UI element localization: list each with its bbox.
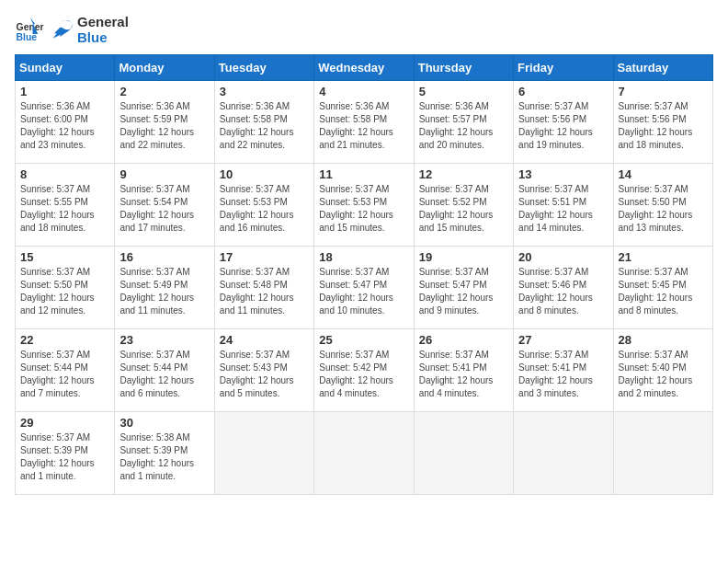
day-number: 14 [619, 167, 708, 181]
calendar-cell: 21Sunrise: 5:37 AM Sunset: 5:45 PM Dayli… [613, 247, 712, 329]
day-number: 13 [518, 167, 608, 181]
calendar-cell: 25Sunrise: 5:37 AM Sunset: 5:42 PM Dayli… [314, 329, 414, 412]
day-number: 3 [220, 85, 309, 98]
day-info: Sunrise: 5:37 AM Sunset: 5:49 PM Dayligh… [119, 266, 209, 317]
day-number: 30 [119, 416, 209, 430]
day-info: Sunrise: 5:37 AM Sunset: 5:51 PM Dayligh… [518, 183, 608, 235]
calendar-cell: 30Sunrise: 5:38 AM Sunset: 5:39 PM Dayli… [115, 412, 214, 495]
calendar-cell: 12Sunrise: 5:37 AM Sunset: 5:52 PM Dayli… [414, 164, 513, 247]
logo-icon: General Blue [15, 16, 44, 45]
weekday-header: Saturday [613, 55, 712, 81]
day-info: Sunrise: 5:37 AM Sunset: 5:43 PM Dayligh… [220, 349, 309, 400]
day-info: Sunrise: 5:36 AM Sunset: 5:58 PM Dayligh… [220, 100, 309, 152]
day-number: 24 [220, 333, 309, 347]
calendar-cell: 8Sunrise: 5:37 AM Sunset: 5:55 PM Daylig… [16, 164, 115, 247]
day-info: Sunrise: 5:37 AM Sunset: 5:52 PM Dayligh… [419, 183, 508, 235]
calendar-cell: 20Sunrise: 5:37 AM Sunset: 5:46 PM Dayli… [514, 247, 613, 329]
calendar-cell [314, 412, 414, 495]
calendar-cell: 22Sunrise: 5:37 AM Sunset: 5:44 PM Dayli… [16, 329, 115, 412]
calendar-cell: 4Sunrise: 5:36 AM Sunset: 5:58 PM Daylig… [314, 81, 414, 164]
day-number: 2 [119, 85, 209, 98]
day-number: 22 [20, 333, 109, 347]
weekday-header: Tuesday [214, 55, 313, 81]
day-info: Sunrise: 5:37 AM Sunset: 5:53 PM Dayligh… [220, 183, 309, 235]
logo-text-blue: Blue [77, 30, 129, 46]
day-number: 28 [619, 333, 708, 347]
calendar-cell: 15Sunrise: 5:37 AM Sunset: 5:50 PM Dayli… [16, 247, 115, 329]
day-info: Sunrise: 5:36 AM Sunset: 6:00 PM Dayligh… [20, 100, 109, 152]
day-number: 27 [518, 333, 608, 347]
calendar-cell: 13Sunrise: 5:37 AM Sunset: 5:51 PM Dayli… [514, 164, 613, 247]
day-info: Sunrise: 5:37 AM Sunset: 5:45 PM Dayligh… [619, 266, 708, 317]
day-info: Sunrise: 5:37 AM Sunset: 5:41 PM Dayligh… [419, 349, 508, 400]
day-info: Sunrise: 5:37 AM Sunset: 5:56 PM Dayligh… [518, 100, 608, 152]
calendar-cell: 17Sunrise: 5:37 AM Sunset: 5:48 PM Dayli… [214, 247, 313, 329]
calendar-cell: 5Sunrise: 5:36 AM Sunset: 5:57 PM Daylig… [414, 81, 513, 164]
calendar-cell: 23Sunrise: 5:37 AM Sunset: 5:44 PM Dayli… [115, 329, 214, 412]
calendar-cell: 24Sunrise: 5:37 AM Sunset: 5:43 PM Dayli… [214, 329, 313, 412]
calendar-cell: 19Sunrise: 5:37 AM Sunset: 5:47 PM Dayli… [414, 247, 513, 329]
day-info: Sunrise: 5:37 AM Sunset: 5:44 PM Dayligh… [20, 349, 109, 400]
day-number: 29 [20, 416, 109, 430]
day-number: 18 [319, 250, 408, 264]
day-number: 19 [419, 250, 508, 264]
day-number: 20 [518, 250, 608, 264]
day-number: 5 [419, 85, 508, 98]
calendar-cell [414, 412, 513, 495]
day-number: 26 [419, 333, 508, 347]
logo: General Blue General Blue [15, 15, 129, 45]
day-number: 11 [319, 167, 408, 181]
weekday-header: Wednesday [314, 55, 414, 81]
calendar-cell: 2Sunrise: 5:36 AM Sunset: 5:59 PM Daylig… [115, 81, 214, 164]
day-number: 10 [220, 167, 309, 181]
day-info: Sunrise: 5:37 AM Sunset: 5:40 PM Dayligh… [619, 349, 708, 400]
weekday-header: Monday [115, 55, 214, 81]
day-info: Sunrise: 5:37 AM Sunset: 5:54 PM Dayligh… [119, 183, 209, 235]
calendar-cell: 11Sunrise: 5:37 AM Sunset: 5:53 PM Dayli… [314, 164, 414, 247]
calendar-cell: 14Sunrise: 5:37 AM Sunset: 5:50 PM Dayli… [613, 164, 712, 247]
day-info: Sunrise: 5:37 AM Sunset: 5:47 PM Dayligh… [419, 266, 508, 317]
day-number: 6 [518, 85, 608, 98]
calendar-cell: 27Sunrise: 5:37 AM Sunset: 5:41 PM Dayli… [514, 329, 613, 412]
calendar-cell: 26Sunrise: 5:37 AM Sunset: 5:41 PM Dayli… [414, 329, 513, 412]
day-info: Sunrise: 5:37 AM Sunset: 5:42 PM Dayligh… [319, 349, 408, 400]
calendar-cell: 1Sunrise: 5:36 AM Sunset: 6:00 PM Daylig… [16, 81, 115, 164]
day-info: Sunrise: 5:37 AM Sunset: 5:56 PM Dayligh… [619, 100, 708, 152]
day-info: Sunrise: 5:36 AM Sunset: 5:59 PM Dayligh… [119, 100, 209, 152]
calendar-cell [214, 412, 313, 495]
day-number: 21 [619, 250, 708, 264]
day-info: Sunrise: 5:37 AM Sunset: 5:50 PM Dayligh… [20, 266, 109, 317]
day-number: 25 [319, 333, 408, 347]
day-number: 23 [119, 333, 209, 347]
logo-bird-icon [48, 17, 74, 43]
day-info: Sunrise: 5:37 AM Sunset: 5:46 PM Dayligh… [518, 266, 608, 317]
logo-text-general: General [77, 15, 129, 30]
weekday-header: Friday [514, 55, 613, 81]
calendar-week-row: 1Sunrise: 5:36 AM Sunset: 6:00 PM Daylig… [16, 81, 713, 164]
day-number: 16 [119, 250, 209, 264]
day-info: Sunrise: 5:37 AM Sunset: 5:48 PM Dayligh… [220, 266, 309, 317]
day-info: Sunrise: 5:37 AM Sunset: 5:53 PM Dayligh… [319, 183, 408, 235]
day-info: Sunrise: 5:38 AM Sunset: 5:39 PM Dayligh… [119, 431, 209, 483]
day-number: 9 [119, 167, 209, 181]
calendar-header-row: SundayMondayTuesdayWednesdayThursdayFrid… [16, 55, 713, 81]
svg-text:General: General [17, 22, 44, 32]
day-info: Sunrise: 5:37 AM Sunset: 5:47 PM Dayligh… [319, 266, 408, 317]
day-info: Sunrise: 5:36 AM Sunset: 5:58 PM Dayligh… [319, 100, 408, 152]
day-number: 7 [619, 85, 708, 98]
day-info: Sunrise: 5:36 AM Sunset: 5:57 PM Dayligh… [419, 100, 508, 152]
calendar-cell: 28Sunrise: 5:37 AM Sunset: 5:40 PM Dayli… [613, 329, 712, 412]
calendar-cell: 9Sunrise: 5:37 AM Sunset: 5:54 PM Daylig… [115, 164, 214, 247]
calendar-cell: 3Sunrise: 5:36 AM Sunset: 5:58 PM Daylig… [214, 81, 313, 164]
calendar-cell: 16Sunrise: 5:37 AM Sunset: 5:49 PM Dayli… [115, 247, 214, 329]
page-header: General Blue General Blue [15, 15, 713, 45]
day-number: 12 [419, 167, 508, 181]
calendar-week-row: 15Sunrise: 5:37 AM Sunset: 5:50 PM Dayli… [16, 247, 713, 329]
weekday-header: Sunday [16, 55, 115, 81]
day-info: Sunrise: 5:37 AM Sunset: 5:55 PM Dayligh… [20, 183, 109, 235]
day-info: Sunrise: 5:37 AM Sunset: 5:39 PM Dayligh… [20, 431, 109, 483]
calendar-week-row: 8Sunrise: 5:37 AM Sunset: 5:55 PM Daylig… [16, 164, 713, 247]
calendar-cell: 18Sunrise: 5:37 AM Sunset: 5:47 PM Dayli… [314, 247, 414, 329]
calendar-cell: 6Sunrise: 5:37 AM Sunset: 5:56 PM Daylig… [514, 81, 613, 164]
calendar-table: SundayMondayTuesdayWednesdayThursdayFrid… [15, 54, 713, 495]
